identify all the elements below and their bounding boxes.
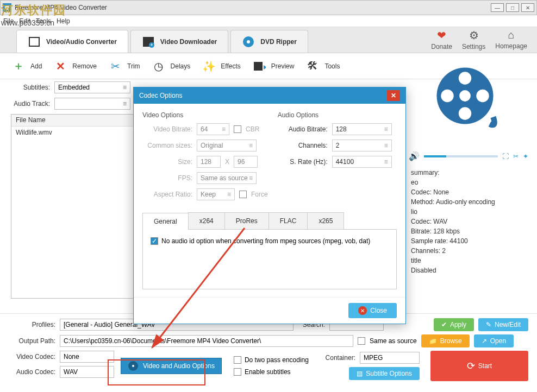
svg-rect-3 xyxy=(30,38,39,46)
video-audio-options-button[interactable]: Video and Audio Options xyxy=(121,358,222,374)
codec-options-dialog: Codec Options ✕ Video Options Video Bitr… xyxy=(133,87,406,324)
abitrate-field[interactable]: 128≡ xyxy=(332,123,392,135)
donate-link[interactable]: ❤Donate xyxy=(431,29,452,50)
tab-general[interactable]: General xyxy=(142,213,189,230)
same-as-source-label: Same as source xyxy=(370,337,417,345)
window-title: Freemore MP4 Video Converter xyxy=(15,4,489,11)
preview-button[interactable]: Preview xyxy=(252,59,295,74)
dvd-icon xyxy=(242,35,255,48)
summary-line: eo xyxy=(409,178,528,187)
dialog-close-x[interactable]: ✕ xyxy=(387,90,400,101)
reel-icon xyxy=(428,59,509,140)
output-label: Output Path: xyxy=(9,337,55,345)
container-label: Container: xyxy=(320,354,355,362)
output-path-input[interactable]: C:\Users\pc0359.cn-06\Documents\Freemore… xyxy=(60,335,353,347)
close-window-button[interactable]: ✕ xyxy=(521,3,534,12)
start-button[interactable]: ⟳Start xyxy=(430,351,528,381)
tab-x265[interactable]: x265 xyxy=(307,212,344,229)
svg-point-15 xyxy=(476,90,489,102)
cbr-label: CBR xyxy=(246,125,259,133)
dialog-close-button[interactable]: ✕Close xyxy=(348,303,397,318)
menu-tools[interactable]: Tools xyxy=(36,17,51,25)
cbr-checkbox[interactable] xyxy=(234,125,241,133)
enable-subs-checkbox[interactable] xyxy=(234,368,241,376)
maximize-button[interactable]: □ xyxy=(506,3,519,12)
tab-prores[interactable]: ProRes xyxy=(224,212,269,229)
srate-label: S. Rate (Hz): xyxy=(278,158,328,166)
audiotrack-combo[interactable]: ≡ xyxy=(54,98,130,110)
minimize-button[interactable]: — xyxy=(491,3,504,12)
volume-icon[interactable]: 🔊 xyxy=(409,151,420,161)
aspect-field[interactable]: Keep≡ xyxy=(197,188,235,200)
audiotrack-label: Audio Track: xyxy=(11,100,50,108)
svg-point-17 xyxy=(132,365,134,367)
fps-field[interactable]: Same as source≡ xyxy=(197,172,257,184)
same-as-source-checkbox[interactable] xyxy=(358,337,365,345)
channels-field[interactable]: 2≡ xyxy=(332,140,392,151)
delays-button[interactable]: ◷Delays xyxy=(151,59,191,74)
magic-icon[interactable]: ✦ xyxy=(523,153,528,160)
tab-ripper[interactable]: DVD Ripper xyxy=(230,30,308,53)
tab-flac[interactable]: FLAC xyxy=(268,212,308,229)
aspect-label: Aspect Ratio: xyxy=(142,191,192,198)
noaudioid-label: No audio id option when converting from … xyxy=(161,237,370,245)
menu-help[interactable]: Help xyxy=(57,17,70,25)
tab-ripper-label: DVD Ripper xyxy=(260,38,297,46)
menu-icon: ≡ xyxy=(123,100,127,108)
size-label: Size: xyxy=(142,158,192,166)
subtitle-options-button[interactable]: ▤Subtitle Options xyxy=(349,367,420,380)
tools-button[interactable]: 🛠Tools xyxy=(305,59,340,74)
force-label: Force xyxy=(251,191,268,198)
scissors-icon: ✂ xyxy=(108,59,123,74)
player-controls: 🔊 ⛶ ✂ ✦ xyxy=(409,151,528,161)
newedit-button[interactable]: ✎New/Edit xyxy=(478,318,528,331)
subtitles-combo[interactable]: Embedded≡ xyxy=(54,81,130,93)
x-icon: ✕ xyxy=(53,59,68,74)
open-button[interactable]: ↗Open xyxy=(474,334,514,347)
volume-slider[interactable] xyxy=(424,155,498,157)
svg-point-12 xyxy=(459,72,471,84)
close-circle-icon: ✕ xyxy=(358,306,367,315)
folder-icon: 📁 xyxy=(429,337,437,345)
tab-converter[interactable]: Video/Audio Converter xyxy=(16,30,128,53)
abitrate-label: Audio Bitrate: xyxy=(278,125,328,133)
svg-marker-9 xyxy=(264,65,266,69)
fps-label: FPS: xyxy=(142,174,192,182)
videocodec-combo[interactable]: None xyxy=(60,351,114,363)
srate-field[interactable]: 44100≡ xyxy=(332,156,392,168)
apply-button[interactable]: ✔Apply xyxy=(434,318,474,331)
container-combo[interactable]: MPEG xyxy=(360,352,420,364)
homepage-link[interactable]: ⌂Homepage xyxy=(495,29,527,50)
audiocodec-combo[interactable]: WAV xyxy=(60,366,114,378)
svg-point-7 xyxy=(247,40,250,43)
dialog-title: Codec Options xyxy=(139,92,387,99)
twopass-checkbox[interactable] xyxy=(234,356,241,364)
video-options-heading: Video Options xyxy=(142,111,268,119)
size-w-field[interactable]: 128 xyxy=(197,156,221,168)
dialog-titlebar: Codec Options ✕ xyxy=(134,87,405,104)
trim-button[interactable]: ✂Trim xyxy=(108,59,140,74)
summary-line: Codec: None xyxy=(409,187,528,197)
tab-downloader[interactable]: Video Downloader xyxy=(130,30,228,53)
plus-icon: ＋ xyxy=(11,59,26,74)
preview-icon xyxy=(252,59,267,74)
tab-x264[interactable]: x264 xyxy=(188,212,225,229)
force-checkbox[interactable] xyxy=(239,191,247,198)
fullscreen-icon[interactable]: ⛶ xyxy=(502,153,509,160)
noaudioid-checkbox[interactable]: ✓ xyxy=(151,237,158,245)
browse-button[interactable]: 📁Browse xyxy=(421,334,470,347)
effects-button[interactable]: ✨Effects xyxy=(201,59,240,74)
size-h-field[interactable]: 96 xyxy=(234,156,258,168)
settings-link[interactable]: ⚙Settings xyxy=(462,29,485,50)
summary-line: Channels: 2 xyxy=(409,246,528,256)
remove-button[interactable]: ✕Remove xyxy=(53,59,97,74)
vbitrate-field[interactable]: 64≡ xyxy=(197,123,229,135)
summary-line: Bitrate: 128 kbps xyxy=(409,226,528,236)
menu-edit[interactable]: Edit xyxy=(19,17,30,25)
add-button[interactable]: ＋Add xyxy=(11,59,42,74)
gear-icon: ⚙ xyxy=(469,29,479,42)
download-icon xyxy=(142,35,155,48)
cut-icon[interactable]: ✂ xyxy=(513,153,519,160)
menu-file[interactable]: File xyxy=(3,17,14,25)
common-field[interactable]: Original≡ xyxy=(197,140,257,151)
